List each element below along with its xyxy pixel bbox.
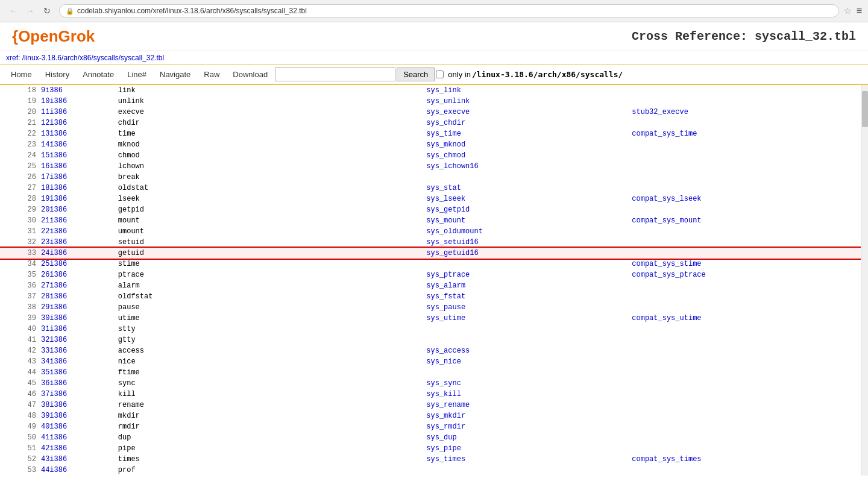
cell-5[interactable] [629,345,861,356]
cell-2[interactable]: lchown [116,161,270,172]
cell-3[interactable] [270,139,424,150]
cell-5[interactable] [629,172,861,183]
cell-5[interactable] [629,378,861,389]
cell-4[interactable]: sys_execve [424,107,629,118]
cell-2[interactable]: time [116,128,270,139]
cell-2[interactable]: kill [116,389,270,400]
cell-5[interactable] [629,96,861,107]
forward-button[interactable]: → [23,4,37,18]
cell-2[interactable]: chmod [116,150,270,161]
cell-4[interactable]: sys_fstat [424,291,629,302]
cell-5[interactable] [629,410,861,421]
cell-4[interactable]: sys_unlink [424,96,629,107]
cell-2[interactable]: oldstat [116,183,270,193]
cell-2[interactable]: mknod [116,139,270,150]
cell-3[interactable] [270,172,424,183]
cell-2[interactable]: alarm [116,280,270,291]
search-button[interactable]: Search [397,68,435,81]
cell-4[interactable]: sys_stat [424,183,629,193]
cell-5[interactable]: compat_sys_times [629,454,861,465]
cell-4[interactable]: sys_link [424,85,629,96]
cell-3[interactable] [270,237,424,248]
cell-5[interactable]: compat_sys_ptrace [629,269,861,280]
menu-icon[interactable]: ≡ [857,5,862,16]
cell-2[interactable]: pause [116,302,270,313]
cell-3[interactable] [270,150,424,161]
cell-4[interactable]: sys_access [424,345,629,356]
cell-4[interactable]: sys_getpid [424,204,629,215]
cell-4[interactable]: sys_rmdir [424,421,629,432]
cell-2[interactable]: chdir [116,118,270,128]
cell-3[interactable] [270,335,424,345]
cell-5[interactable] [629,335,861,345]
cell-3[interactable] [270,280,424,291]
cell-2[interactable]: dup [116,432,270,443]
cell-3[interactable] [270,259,424,269]
cell-4[interactable]: sys_ptrace [424,269,629,280]
cell-4[interactable]: sys_mknod [424,139,629,150]
cell-4[interactable]: sys_chdir [424,118,629,128]
cell-3[interactable] [270,400,424,410]
cell-4[interactable]: sys_lseek [424,193,629,204]
cell-5[interactable] [629,161,861,172]
cell-4[interactable] [424,335,629,345]
cell-2[interactable]: sync [116,378,270,389]
cell-2[interactable]: unlink [116,96,270,107]
cell-5[interactable]: compat_sys_lseek [629,193,861,204]
cell-5[interactable] [629,302,861,313]
cell-2[interactable]: getpid [116,204,270,215]
cell-5[interactable] [629,389,861,400]
cell-4[interactable] [424,324,629,335]
history-button[interactable]: History [39,68,75,81]
cell-5[interactable] [629,421,861,432]
cell-5[interactable] [629,280,861,291]
cell-2[interactable]: stime [116,259,270,269]
cell-5[interactable] [629,400,861,410]
reload-button[interactable]: ↻ [40,4,54,18]
cell-3[interactable] [270,248,424,259]
cell-2[interactable]: utime [116,313,270,324]
cell-2[interactable]: times [116,454,270,465]
cell-2[interactable]: lseek [116,193,270,204]
address-bar[interactable]: 🔒 codelab.shiyanlou.com/xref/linux-3.18.… [59,4,839,17]
cell-5[interactable]: compat_sys_utime [629,313,861,324]
cell-5[interactable] [629,291,861,302]
cell-4[interactable]: sys_utime [424,313,629,324]
back-button[interactable]: ← [6,4,20,18]
cell-5[interactable] [629,237,861,248]
cell-2[interactable]: rename [116,400,270,410]
cell-5[interactable]: stub32_execve [629,107,861,118]
cell-4[interactable]: sys_mkdir [424,410,629,421]
cell-5[interactable] [629,248,861,259]
cell-3[interactable] [270,421,424,432]
cell-3[interactable] [270,226,424,237]
only-in-checkbox[interactable] [436,71,444,78]
cell-4[interactable]: sys_mount [424,215,629,226]
cell-5[interactable] [629,367,861,378]
cell-3[interactable] [270,367,424,378]
cell-3[interactable] [270,96,424,107]
cell-2[interactable]: access [116,345,270,356]
cell-5[interactable] [629,204,861,215]
cell-5[interactable] [629,183,861,193]
cell-3[interactable] [270,269,424,280]
cell-3[interactable] [270,161,424,172]
cell-3[interactable] [270,432,424,443]
cell-4[interactable] [424,172,629,183]
cell-3[interactable] [270,85,424,96]
cell-4[interactable]: sys_alarm [424,280,629,291]
cell-3[interactable] [270,356,424,367]
cell-2[interactable]: rmdir [116,421,270,432]
cell-4[interactable]: sys_sync [424,378,629,389]
cell-3[interactable] [270,378,424,389]
cell-2[interactable]: mkdir [116,410,270,421]
cell-2[interactable]: stty [116,324,270,335]
line-button[interactable]: Line# [121,68,153,81]
cell-3[interactable] [270,118,424,128]
cell-5[interactable]: compat_sys_mount [629,215,861,226]
cell-2[interactable]: ptrace [116,269,270,280]
cell-3[interactable] [270,345,424,356]
search-input[interactable] [275,68,395,81]
cell-2[interactable]: prof [116,465,270,476]
cell-4[interactable]: sys_chmod [424,150,629,161]
